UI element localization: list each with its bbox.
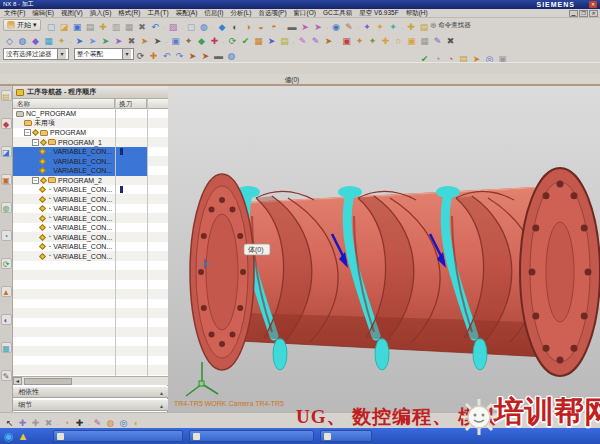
- tree-row-VARIABLE_CON...[interactable]: ◔VARIABLE_CON...: [13, 147, 168, 157]
- lasso-select-icon[interactable]: ✎: [296, 34, 309, 46]
- highlight-hidden-icon[interactable]: ▦: [42, 34, 55, 46]
- internet-browser-icon[interactable]: ◔: [1, 230, 12, 241]
- gold-pin-icon[interactable]: ✚: [379, 34, 392, 46]
- menu-item-12[interactable]: 星空 V6.935F: [359, 9, 398, 16]
- roles-icon[interactable]: ◐: [1, 314, 12, 325]
- menu-item-0[interactable]: 文件(F): [4, 9, 25, 16]
- expand-icon[interactable]: −: [32, 139, 39, 146]
- selection-filter-select[interactable]: 没有选择过滤器 ▾: [3, 48, 69, 60]
- select-assembly-icon[interactable]: ◍: [16, 34, 29, 46]
- menu-item-2[interactable]: 视图(V): [61, 9, 83, 16]
- column-toolchange[interactable]: 换刀: [115, 99, 147, 108]
- magnifier-icon[interactable]: ◎: [117, 416, 130, 428]
- menu-item-3[interactable]: 插入(S): [90, 9, 112, 16]
- constraint-navigator-icon[interactable]: ◆: [1, 118, 12, 129]
- tree-row-VARIABLE_CON...[interactable]: ◔VARIABLE_CON...: [13, 185, 168, 195]
- taskbar-app-1[interactable]: [53, 430, 183, 442]
- arrow-down-icon[interactable]: ➤: [186, 49, 199, 61]
- lasso-polygon-icon[interactable]: ✎: [309, 34, 322, 46]
- select-cursor-icon[interactable]: ↖: [3, 416, 16, 428]
- lasso-curve-icon[interactable]: ✎: [91, 416, 104, 428]
- tree-row-VARIABLE_CON...[interactable]: ◔VARIABLE_CON...: [13, 166, 168, 176]
- menu-item-10[interactable]: 窗口(O): [294, 9, 316, 16]
- menu-item-1[interactable]: 编辑(E): [32, 9, 54, 16]
- interior-select-icon[interactable]: ✦: [55, 34, 68, 46]
- close-child-icon[interactable]: ✕: [589, 10, 598, 17]
- palette-icon[interactable]: ▦: [1, 342, 12, 353]
- assembly-navigator-icon[interactable]: ▤: [1, 90, 12, 101]
- quick-launch-stack-icon[interactable]: ▲: [18, 429, 29, 443]
- tree-row-PROGRAM_2[interactable]: −PROGRAM_2: [13, 176, 168, 186]
- horizontal-scrollbar[interactable]: ◄: [13, 376, 168, 385]
- right-flange[interactable]: [520, 168, 600, 376]
- machining-wizard-icon[interactable]: ▲: [1, 286, 12, 297]
- menu-item-6[interactable]: 装配(A): [176, 9, 198, 16]
- reuse-library-icon[interactable]: ▣: [1, 174, 12, 185]
- tree-row-NC_PROGRAM[interactable]: NC_PROGRAM: [13, 109, 168, 119]
- history-icon[interactable]: ⟳: [1, 258, 12, 269]
- snap-midpoint-icon[interactable]: ➤: [99, 34, 112, 46]
- shop-doc-icon[interactable]: ▤: [278, 34, 291, 46]
- redo-small-icon[interactable]: ↷: [173, 49, 186, 61]
- snap-b-icon[interactable]: ✚: [29, 416, 42, 428]
- left-flange[interactable]: [190, 174, 254, 370]
- selection-type-filter-icon[interactable]: ◇: [3, 34, 16, 46]
- tree-row-VARIABLE_CON...[interactable]: ◔VARIABLE_CON...: [13, 223, 168, 233]
- show-tool-icon[interactable]: ✦: [353, 34, 366, 46]
- ring-tool-icon[interactable]: ○: [392, 34, 405, 46]
- tool-move-icon[interactable]: ✦: [366, 34, 379, 46]
- snap-point-icon[interactable]: ➤: [73, 34, 86, 46]
- lasso-circle-icon[interactable]: ➤: [322, 34, 335, 46]
- snap-a-icon[interactable]: ✚: [16, 416, 29, 428]
- scroll-left-icon[interactable]: ◄: [13, 377, 22, 385]
- tree-row-VARIABLE_CON...[interactable]: ◔VARIABLE_CON...: [13, 214, 168, 224]
- column-name[interactable]: 名称: [13, 99, 115, 108]
- select-component-icon[interactable]: ◆: [29, 34, 42, 46]
- restore-icon[interactable]: ❐: [579, 10, 588, 17]
- expand-icon[interactable]: −: [24, 129, 31, 136]
- person-icon[interactable]: ◍: [104, 416, 117, 428]
- coins-icon[interactable]: ◐: [130, 416, 143, 428]
- chevron-down-icon[interactable]: ▾: [122, 49, 131, 59]
- rect-select-icon[interactable]: ▬: [212, 49, 225, 61]
- expand-icon[interactable]: −: [32, 177, 39, 184]
- part-navigator-icon[interactable]: ◪: [1, 146, 12, 157]
- tree-row-VARIABLE_CON...[interactable]: ◔VARIABLE_CON...: [13, 204, 168, 214]
- quick-launch-sphere-icon[interactable]: ◉: [4, 429, 14, 443]
- tree-row-VARIABLE_CON...[interactable]: ◔VARIABLE_CON...: [13, 195, 168, 205]
- command-finder-button[interactable]: ◎ 命令查找器: [431, 21, 471, 30]
- graphics-viewport[interactable]: 体(0) TR4-TR5 WORK Camera TR4-TR5: [168, 86, 600, 412]
- earth-icon[interactable]: ◍: [225, 49, 238, 61]
- scrollbar-thumb[interactable]: [24, 378, 72, 385]
- menu-item-5[interactable]: 工具(T): [147, 9, 168, 16]
- tree-row-未用项[interactable]: 未用项: [13, 119, 168, 129]
- menu-item-11[interactable]: GC工具箱: [323, 9, 352, 16]
- plus-icon[interactable]: ✚: [73, 416, 86, 428]
- post-process-icon[interactable]: ➤: [265, 34, 278, 46]
- taskbar-app-2[interactable]: [189, 430, 314, 442]
- minimize-icon[interactable]: ▁: [569, 10, 578, 17]
- details-bar[interactable]: 细节 ▴: [13, 399, 168, 411]
- refresh-filter-icon[interactable]: ⟳: [134, 49, 147, 61]
- gold-doc-icon[interactable]: ▣: [405, 34, 418, 46]
- menu-item-9[interactable]: 首选项(P): [258, 9, 286, 16]
- tree-row-VARIABLE_CON...[interactable]: ◔VARIABLE_CON...: [13, 157, 168, 167]
- tree-row-VARIABLE_CON...[interactable]: ◔VARIABLE_CON...: [13, 233, 168, 243]
- scope-select[interactable]: 整个装配 ▾: [74, 48, 134, 60]
- add-filter-icon[interactable]: ✚: [147, 49, 160, 61]
- brush-edit-icon[interactable]: ✎: [431, 34, 444, 46]
- taskbar-app-3[interactable]: [320, 430, 372, 442]
- tree-row-PROGRAM_1[interactable]: −PROGRAM_1: [13, 138, 168, 148]
- touch-pen-icon[interactable]: ✎: [1, 370, 12, 381]
- simulate-machine-icon[interactable]: ▦: [252, 34, 265, 46]
- verify-toolpath-icon[interactable]: ✔: [239, 34, 252, 46]
- tree-row-PROGRAM[interactable]: −PROGRAM: [13, 128, 168, 138]
- dependencies-bar[interactable]: 相依性 ▴: [13, 386, 168, 398]
- snap-center-icon[interactable]: ➤: [112, 34, 125, 46]
- arrow-up-icon[interactable]: ➤: [199, 49, 212, 61]
- hd3d-tool-icon[interactable]: ◍: [1, 202, 12, 213]
- cancel-icon[interactable]: ✖: [444, 34, 457, 46]
- undo-small-icon[interactable]: ↶: [160, 49, 173, 61]
- gray-block-icon[interactable]: ▦: [418, 34, 431, 46]
- tree-row-VARIABLE_CON...[interactable]: ◔VARIABLE_CON...: [13, 252, 168, 262]
